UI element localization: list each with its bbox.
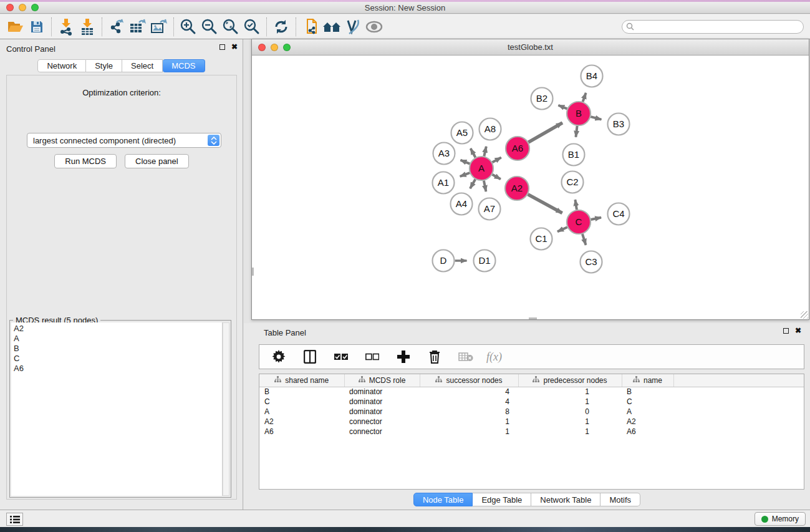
home-icon[interactable] — [321, 17, 342, 37]
graph-node-D1[interactable]: D1 — [474, 250, 496, 272]
zoom-fit-icon[interactable] — [220, 17, 241, 37]
float-table-panel-icon[interactable] — [783, 328, 789, 334]
column-header[interactable]: MCDS role — [344, 374, 420, 387]
save-session-icon[interactable] — [26, 17, 47, 37]
zoom-selected-icon[interactable] — [241, 17, 263, 37]
window-controls[interactable] — [6, 4, 39, 11]
close-network-icon[interactable] — [258, 44, 266, 51]
edge-B-B2[interactable] — [558, 105, 567, 109]
network-hscroll-nub[interactable] — [529, 317, 537, 319]
graph-node-B[interactable]: B — [567, 102, 591, 125]
network-overview-icon[interactable] — [300, 17, 321, 37]
edge-C-C2[interactable] — [575, 200, 577, 210]
mcds-result-list[interactable]: A2ABCA6 — [11, 322, 223, 496]
edge-A-A4[interactable] — [470, 179, 475, 188]
tab-network-table[interactable]: Network Table — [531, 493, 600, 506]
tab-select[interactable]: Select — [122, 59, 163, 72]
delete-table-icon[interactable] — [455, 347, 476, 367]
column-header[interactable]: shared name — [259, 374, 344, 387]
network-canvas[interactable]: B4B2BB3A5A8A6A3B1AA1C2A2A4A7C4CC1C3DD1 — [252, 56, 809, 319]
minimize-window-icon[interactable] — [19, 4, 26, 11]
edge-B-B3[interactable] — [591, 117, 601, 120]
task-history-list-icon[interactable] — [6, 513, 23, 526]
mcds-result-item[interactable]: A6 — [14, 364, 222, 374]
deselect-all-checkboxes-icon[interactable] — [362, 347, 383, 367]
mcds-result-item[interactable]: B — [14, 344, 222, 354]
edge-A2-C[interactable] — [528, 195, 562, 213]
close-window-icon[interactable] — [6, 4, 14, 11]
graph-node-A2[interactable]: A2 — [505, 177, 529, 200]
tab-motifs[interactable]: Motifs — [600, 493, 640, 506]
edge-A-A2[interactable] — [492, 175, 500, 180]
open-session-icon[interactable] — [5, 17, 26, 37]
graph-node-B4[interactable]: B4 — [581, 65, 603, 87]
resize-corner-icon[interactable] — [801, 311, 808, 319]
export-image-icon[interactable] — [148, 17, 170, 37]
graph-node-B3[interactable]: B3 — [608, 114, 630, 135]
memory-button[interactable]: Memory — [755, 512, 806, 526]
graph-node-A6[interactable]: A6 — [506, 137, 529, 160]
edge-C-C1[interactable] — [557, 227, 567, 231]
close-table-panel-icon[interactable]: ✖ — [795, 328, 801, 334]
graph-node-A7[interactable]: A7 — [479, 198, 501, 220]
function-builder-fx-icon[interactable]: f(x) — [486, 351, 502, 364]
export-table-icon[interactable] — [127, 17, 148, 37]
graph-node-C1[interactable]: C1 — [531, 228, 552, 250]
graph-node-A3[interactable]: A3 — [433, 143, 455, 165]
table-row[interactable]: A2connector11A2 — [259, 417, 804, 427]
delete-column-trash-icon[interactable] — [424, 347, 445, 367]
network-vscroll-nub[interactable] — [252, 268, 254, 276]
graph-node-A5[interactable]: A5 — [451, 122, 473, 144]
column-header[interactable]: name — [622, 374, 673, 387]
float-panel-icon[interactable] — [219, 44, 225, 50]
mcds-result-item[interactable]: A — [14, 334, 222, 344]
edge-A-A7[interactable] — [484, 181, 486, 191]
edge-C-C3[interactable] — [582, 234, 586, 245]
graph-node-A4[interactable]: A4 — [451, 193, 473, 215]
minimize-network-icon[interactable] — [271, 44, 278, 51]
edge-A-A8[interactable] — [484, 147, 486, 157]
edge-B-B4[interactable] — [583, 93, 586, 102]
mcds-result-item[interactable]: C — [14, 354, 222, 364]
graph-node-A1[interactable]: A1 — [433, 172, 455, 194]
edge-A-A6[interactable] — [493, 157, 501, 162]
network-graph[interactable]: B4B2BB3A5A8A6A3B1AA1C2A2A4A7C4CC1C3DD1 — [252, 56, 809, 319]
table-row[interactable]: Bdominator41B — [259, 387, 804, 397]
show-hide-eye-icon[interactable] — [364, 17, 385, 37]
edge-B-B1[interactable] — [576, 126, 577, 137]
graph-node-B1[interactable]: B1 — [563, 144, 585, 166]
hide-graphics-details-icon[interactable] — [342, 17, 364, 37]
edge-A-A3[interactable] — [460, 160, 470, 164]
criterion-dropdown[interactable]: largest connected component (directed) — [27, 133, 221, 148]
table-row[interactable]: Adominator80A — [259, 407, 804, 417]
graph-node-C3[interactable]: C3 — [581, 251, 602, 273]
graph-node-A[interactable]: A — [470, 157, 493, 180]
close-panel-icon[interactable]: ✖ — [231, 44, 238, 50]
edge-A6-B[interactable] — [528, 123, 562, 142]
close-panel-button[interactable]: Close panel — [125, 154, 189, 168]
table-row[interactable]: A6connector11A6 — [259, 427, 804, 437]
graph-node-C2[interactable]: C2 — [562, 172, 584, 193]
search-input[interactable] — [622, 20, 804, 34]
mcds-result-item[interactable]: A2 — [14, 324, 222, 334]
run-mcds-button[interactable]: Run MCDS — [54, 154, 117, 168]
refresh-icon[interactable] — [271, 17, 292, 37]
column-header[interactable]: predecessor nodes — [518, 374, 622, 387]
import-network-icon[interactable] — [55, 17, 77, 37]
export-network-icon[interactable] — [106, 17, 127, 37]
edge-A-A5[interactable] — [471, 148, 476, 157]
zoom-in-icon[interactable] — [178, 17, 199, 37]
tab-network[interactable]: Network — [37, 59, 86, 72]
network-window-controls[interactable] — [258, 44, 291, 51]
graph-node-C[interactable]: C — [567, 210, 591, 234]
import-table-icon[interactable] — [77, 17, 98, 37]
search-field[interactable] — [622, 20, 804, 34]
column-header[interactable]: successor nodes — [420, 374, 518, 387]
table-row[interactable]: Cdominator41C — [259, 397, 804, 407]
maximize-network-icon[interactable] — [283, 44, 291, 51]
edge-A-A1[interactable] — [460, 173, 470, 177]
table-settings-gear-icon[interactable] — [268, 347, 289, 367]
tab-mcds[interactable]: MCDS — [163, 59, 205, 72]
graph-node-A8[interactable]: A8 — [480, 118, 501, 140]
add-column-plus-icon[interactable] — [393, 347, 414, 367]
